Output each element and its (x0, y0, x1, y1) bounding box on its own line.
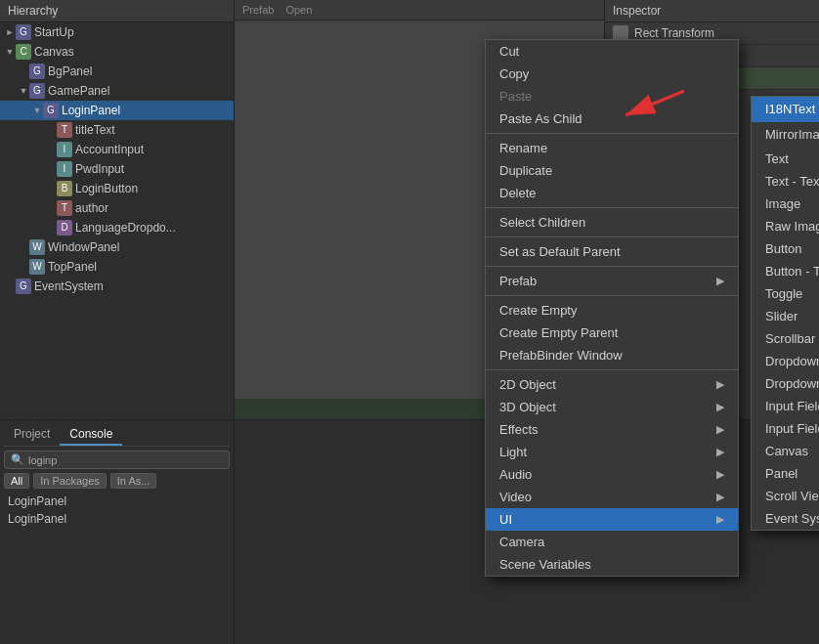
submenu-arrow-21: ▶ (716, 423, 724, 436)
context-menu-item-label-3: Paste As Child (499, 111, 582, 126)
submenu-item-15[interactable]: Canvas (752, 440, 819, 462)
submenu-item-label-9: Slider (765, 309, 797, 323)
submenu-item-13[interactable]: Input Field (752, 395, 819, 417)
hierarchy-item-label-9: author (75, 201, 108, 215)
hierarchy-item-0[interactable]: ►GStartUp (0, 22, 234, 42)
hierarchy-item-7[interactable]: IPwdInput (0, 159, 234, 179)
context-menu-item-label-0: Cut (499, 44, 519, 59)
filter-assets[interactable]: In As... (110, 473, 157, 489)
context-menu-item-paste-as-child[interactable]: Paste As Child (486, 107, 738, 130)
hierarchy-item-4[interactable]: ▼GLoginPanel (0, 101, 234, 120)
submenu-item-label-5: Raw Image (765, 219, 819, 234)
context-separator-12 (486, 266, 738, 267)
submenu-item-0[interactable]: I18NText (多语言文本) (752, 97, 819, 122)
hierarchy-item-label-11: WindowPanel (48, 240, 119, 254)
submenu-item-label-4: Image (765, 196, 800, 211)
context-menu-item-create-empty[interactable]: Create Empty (486, 299, 738, 322)
submenu-item-label-3: Text - TextMeshPro (765, 174, 819, 189)
submenu-item-8[interactable]: Toggle (752, 282, 819, 305)
submenu-item-7[interactable]: Button - TextMeshPro (752, 260, 819, 282)
submenu-item-6[interactable]: Button (752, 237, 819, 260)
submenu-item-1[interactable]: MirrorImage (轴对称图片) (752, 122, 819, 148)
submenu-item-2[interactable]: Text (752, 148, 819, 170)
submenu-item-12[interactable]: Dropdown - TextMeshPro (752, 372, 819, 395)
submenu-arrow-13: ▶ (716, 275, 724, 287)
submenu-arrow-20: ▶ (716, 401, 724, 413)
hierarchy-item-2[interactable]: GBgPanel (0, 62, 234, 81)
context-menu-item-cut[interactable]: Cut (486, 40, 738, 63)
context-menu-item-3d-object[interactable]: 3D Object▶ (486, 396, 738, 418)
hierarchy-item-3[interactable]: ▼GGamePanel (0, 81, 234, 101)
context-menu-item-effects[interactable]: Effects▶ (486, 418, 738, 441)
context-menu-item-copy[interactable]: Copy (486, 63, 738, 85)
context-separator-14 (486, 295, 738, 296)
context-menu-item-delete[interactable]: Delete (486, 182, 738, 204)
hierarchy-item-9[interactable]: Tauthor (0, 198, 234, 218)
context-menu-item-label-6: Duplicate (499, 163, 552, 178)
context-menu-item-label-1: Copy (499, 66, 529, 81)
tab-console[interactable]: Console (60, 424, 122, 446)
submenu-item-label-6: Button (765, 241, 802, 256)
asset-item-0[interactable]: LoginPanel (4, 493, 230, 510)
filter-all[interactable]: All (4, 473, 29, 489)
submenu-item-4[interactable]: Image (752, 193, 819, 215)
hierarchy-item-10[interactable]: DLanguageDropdo... (0, 218, 234, 237)
context-menu-item-2d-object[interactable]: 2D Object▶ (486, 373, 738, 396)
context-menu-item-label-16: Create Empty Parent (499, 325, 618, 340)
context-separator-4 (486, 133, 738, 134)
asset-item-1[interactable]: LoginPanel (4, 510, 230, 528)
context-menu-item-camera[interactable]: Camera (486, 531, 738, 553)
hierarchy-item-1[interactable]: ▼CCanvas (0, 42, 234, 62)
context-menu-item-label-11: Set as Default Parent (499, 244, 621, 259)
submenu-arrow-25: ▶ (716, 513, 724, 526)
context-menu-item-prefab[interactable]: Prefab▶ (486, 270, 738, 292)
submenu-item-label-10: Scrollbar (765, 331, 815, 346)
top-toolbar: Prefab Open (235, 0, 604, 21)
asset-list: LoginPanel LoginPanel (4, 493, 230, 528)
context-menu-item-ui[interactable]: UI▶ (486, 508, 738, 531)
submenu-item-9[interactable]: Slider (752, 305, 819, 327)
hierarchy-item-5[interactable]: TtitleText (0, 120, 234, 140)
hierarchy-item-label-6: AccountInput (75, 143, 144, 156)
context-menu-item-label-23: Audio (499, 467, 532, 482)
context-menu-item-audio[interactable]: Audio▶ (486, 463, 738, 486)
submenu-item-10[interactable]: Scrollbar (752, 327, 819, 350)
context-menu-item-create-empty-parent[interactable]: Create Empty Parent (486, 322, 738, 344)
submenu-arrow-23: ▶ (716, 468, 724, 481)
hierarchy-item-label-12: TopPanel (48, 260, 97, 274)
context-menu-item-label-20: 3D Object (499, 400, 556, 414)
context-menu-item-label-26: Camera (499, 535, 544, 549)
context-menu-item-label-24: Video (499, 490, 532, 504)
context-menu-item-rename[interactable]: Rename (486, 137, 738, 159)
context-menu-item-prefabbinder-window[interactable]: PrefabBinder Window (486, 344, 738, 366)
context-menu-item-duplicate[interactable]: Duplicate (486, 159, 738, 182)
submenu-item-17[interactable]: Scroll View (752, 485, 819, 507)
context-menu-item-set-as-default-parent[interactable]: Set as Default Parent (486, 240, 738, 263)
hierarchy-item-label-1: Canvas (34, 45, 74, 59)
submenu-item-18[interactable]: Event System (752, 507, 819, 530)
submenu-item-label-12: Dropdown - TextMeshPro (765, 376, 819, 391)
submenu-arrow-19: ▶ (716, 378, 724, 391)
hierarchy-item-8[interactable]: BLoginButton (0, 179, 234, 198)
submenu: I18NText (多语言文本)MirrorImage (轴对称图片)TextT… (751, 96, 819, 531)
hierarchy-item-label-13: EventSystem (34, 279, 104, 293)
hierarchy-item-6[interactable]: IAccountInput (0, 140, 234, 159)
submenu-item-16[interactable]: Panel (752, 462, 819, 485)
submenu-item-14[interactable]: Input Field - TextMeshPro (752, 417, 819, 440)
context-menu-item-video[interactable]: Video▶ (486, 486, 738, 508)
submenu-item-label-15: Canvas (765, 444, 808, 458)
context-menu-item-light[interactable]: Light▶ (486, 441, 738, 463)
hierarchy-item-12[interactable]: WTopPanel (0, 257, 234, 277)
submenu-item-3[interactable]: Text - TextMeshPro (752, 170, 819, 193)
submenu-item-label-8: Toggle (765, 286, 802, 301)
submenu-item-5[interactable]: Raw Image (752, 215, 819, 237)
tab-project[interactable]: Project (4, 424, 60, 446)
filter-row: All In Packages In As... (4, 473, 230, 489)
hierarchy-item-13[interactable]: GEventSystem (0, 277, 234, 296)
context-menu-item-select-children[interactable]: Select Children (486, 211, 738, 234)
filter-packages[interactable]: In Packages (33, 473, 107, 489)
context-menu-item-scene-variables[interactable]: Scene Variables (486, 553, 738, 576)
context-menu-item-label-13: Prefab (499, 274, 537, 288)
submenu-item-11[interactable]: Dropdown (752, 350, 819, 372)
hierarchy-item-11[interactable]: WWindowPanel (0, 237, 234, 257)
